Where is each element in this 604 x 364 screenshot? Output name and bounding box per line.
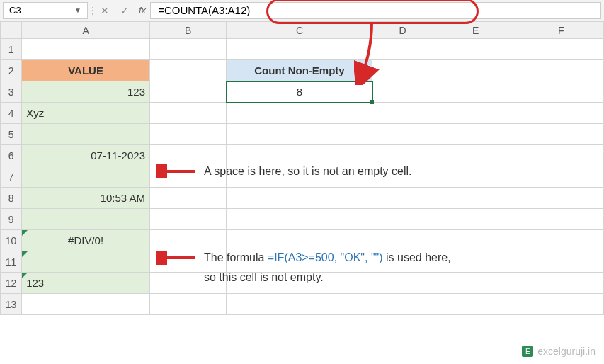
cell[interactable] <box>518 209 604 230</box>
cell[interactable] <box>372 81 433 103</box>
row-header[interactable]: 2 <box>1 60 22 81</box>
col-header[interactable]: F <box>518 22 604 39</box>
cell[interactable] <box>518 81 604 103</box>
cell[interactable] <box>149 124 227 145</box>
cell[interactable] <box>518 188 604 209</box>
cell[interactable] <box>227 103 372 124</box>
cell[interactable] <box>433 188 518 209</box>
cancel-icon[interactable]: ✕ <box>95 2 115 19</box>
cell[interactable] <box>433 81 518 103</box>
cell[interactable] <box>149 39 227 60</box>
row-header[interactable]: 12 <box>1 273 22 294</box>
cell[interactable] <box>518 273 604 294</box>
cell[interactable] <box>227 145 372 166</box>
row-header[interactable]: 3 <box>1 81 22 103</box>
fx-icon[interactable]: fx <box>139 5 146 16</box>
cell[interactable] <box>372 294 433 315</box>
cell[interactable] <box>372 188 433 209</box>
cell[interactable] <box>149 145 227 166</box>
cell[interactable] <box>433 39 518 60</box>
cell[interactable] <box>227 39 372 60</box>
watermark: E excelguruji.in <box>522 346 596 357</box>
row-header[interactable]: 6 <box>1 145 22 166</box>
annotation-space-note: A space is here, so it is not an empty c… <box>204 165 411 178</box>
cell-A10[interactable]: #DIV/0! <box>22 230 150 251</box>
cell[interactable] <box>149 103 227 124</box>
cell[interactable] <box>518 294 604 315</box>
cell-A9[interactable] <box>22 209 150 230</box>
cell-C2[interactable]: Count Non-Empty <box>227 60 372 81</box>
cell[interactable] <box>372 124 433 145</box>
row-header[interactable]: 11 <box>1 251 22 273</box>
cell[interactable] <box>149 230 227 251</box>
cell[interactable] <box>433 166 518 188</box>
cell[interactable] <box>227 209 372 230</box>
cell[interactable] <box>518 230 604 251</box>
cell[interactable] <box>433 145 518 166</box>
cell[interactable] <box>433 60 518 81</box>
cell[interactable] <box>22 39 150 60</box>
cell[interactable] <box>227 188 372 209</box>
cell[interactable] <box>372 60 433 81</box>
cell[interactable] <box>149 294 227 315</box>
logo-icon: E <box>522 346 533 357</box>
cell[interactable] <box>433 294 518 315</box>
cell[interactable] <box>518 166 604 188</box>
cell-A6[interactable]: 07-11-2023 <box>22 145 150 166</box>
fill-handle[interactable] <box>370 100 374 104</box>
cell[interactable] <box>372 39 433 60</box>
cell[interactable] <box>149 188 227 209</box>
name-box[interactable]: C3 ▼ <box>3 2 88 19</box>
cell[interactable] <box>372 273 433 294</box>
formula-input[interactable]: =COUNTA(A3:A12) <box>150 2 601 19</box>
cell[interactable] <box>433 273 518 294</box>
col-header[interactable]: C <box>227 22 372 39</box>
cell-A4[interactable]: Xyz <box>22 103 150 124</box>
cell[interactable] <box>518 103 604 124</box>
row-header[interactable]: 10 <box>1 230 22 251</box>
cell[interactable] <box>518 39 604 60</box>
cell[interactable] <box>149 81 227 103</box>
cell-A5[interactable] <box>22 124 150 145</box>
cell[interactable] <box>433 103 518 124</box>
cell-A7[interactable] <box>22 166 150 188</box>
cell[interactable] <box>433 230 518 251</box>
cell[interactable] <box>518 145 604 166</box>
row-header[interactable]: 8 <box>1 188 22 209</box>
cell[interactable] <box>227 230 372 251</box>
row-header[interactable]: 4 <box>1 103 22 124</box>
cell[interactable] <box>22 294 150 315</box>
row-header[interactable]: 9 <box>1 209 22 230</box>
col-header[interactable]: B <box>149 22 227 39</box>
cell-C3-selected[interactable]: 8 <box>227 81 372 103</box>
col-header[interactable]: D <box>372 22 433 39</box>
cell[interactable] <box>518 60 604 81</box>
corner-cell[interactable] <box>1 22 22 39</box>
row-header[interactable]: 1 <box>1 39 22 60</box>
chevron-down-icon[interactable]: ▼ <box>74 6 81 14</box>
cell-A8[interactable]: 10:53 AM <box>22 188 150 209</box>
row-header[interactable]: 7 <box>1 166 22 188</box>
check-icon[interactable]: ✓ <box>115 2 135 19</box>
cell[interactable] <box>149 209 227 230</box>
cell[interactable] <box>518 251 604 273</box>
cell[interactable] <box>372 209 433 230</box>
col-header[interactable]: E <box>433 22 518 39</box>
cell-A3[interactable]: 123 <box>22 81 150 103</box>
row-header[interactable]: 13 <box>1 294 22 315</box>
annotation-text: is used here, <box>383 251 451 263</box>
cell[interactable] <box>227 124 372 145</box>
cell-A11[interactable] <box>22 251 150 273</box>
cell[interactable] <box>518 124 604 145</box>
cell[interactable] <box>372 230 433 251</box>
cell[interactable] <box>372 103 433 124</box>
cell[interactable] <box>433 209 518 230</box>
cell[interactable] <box>149 60 227 81</box>
cell[interactable] <box>372 145 433 166</box>
cell-A2[interactable]: VALUE <box>22 60 150 81</box>
cell[interactable] <box>227 294 372 315</box>
col-header[interactable]: A <box>22 22 150 39</box>
cell[interactable] <box>433 124 518 145</box>
row-header[interactable]: 5 <box>1 124 22 145</box>
cell-A12[interactable]: 123 <box>22 273 150 294</box>
